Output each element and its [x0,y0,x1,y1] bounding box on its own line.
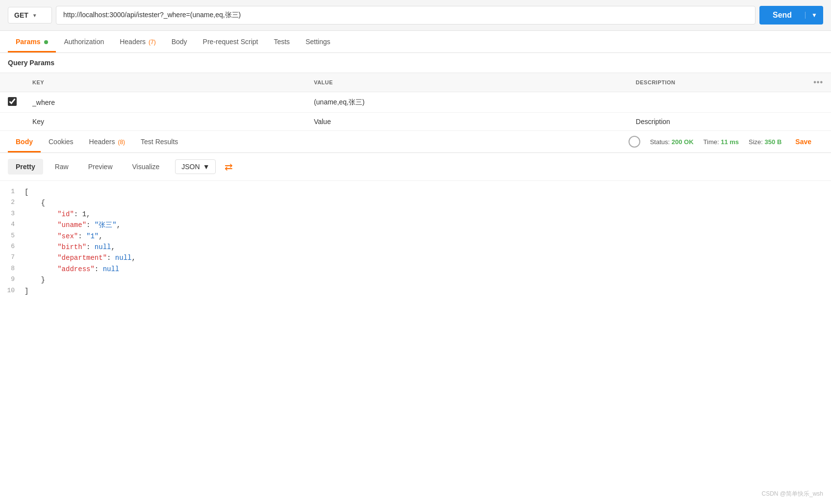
params-table: KEY VALUE DESCRIPTION ••• _where (uname,… [0,73,831,131]
url-input[interactable] [56,6,755,25]
response-tab-headers[interactable]: Headers (8) [81,131,133,152]
line-number: 4 [0,220,25,230]
code-line-2: 2 { [0,198,831,208]
send-dropdown-icon[interactable]: ▼ [805,12,823,19]
code-line-9: 9 } [0,275,831,285]
response-tab-cookies[interactable]: Cookies [41,131,81,152]
code-line-10: 10 ] [0,286,831,297]
status-label: Status: 200 OK [650,138,694,146]
param-key[interactable]: _where [25,92,306,113]
row-checkbox-cell [0,92,25,113]
code-line-3: 3 "id": 1, [0,209,831,220]
col-description-header: DESCRIPTION [628,73,790,92]
line-number: 5 [0,231,25,242]
code-line-8: 8 "address": null [0,264,831,275]
tab-pre-request[interactable]: Pre-request Script [195,31,266,52]
response-tab-body[interactable]: Body [8,131,41,152]
params-dot [44,40,48,44]
tab-params[interactable]: Params [8,31,56,52]
method-label: GET [14,11,28,19]
time-value: 11 ms [721,138,739,146]
time-label: Time: 11 ms [704,138,739,146]
response-body: 1 [ 2 { 3 "id": 1, 4 "uname": "张三", 5 "s… [0,181,831,302]
response-tabs: Body Cookies Headers (8) Test Results St… [0,131,831,153]
format-bar: Pretty Raw Preview Visualize JSON ▼ ⇄ [0,153,831,181]
method-chevron-icon: ▼ [32,13,37,18]
param-actions [790,92,831,113]
format-raw[interactable]: Raw [47,159,76,175]
wrap-icon: ⇄ [225,161,233,172]
line-number: 8 [0,264,25,275]
size-label: Size: 350 B [749,138,781,146]
param-value[interactable]: (uname,eq,张三) [306,92,628,113]
globe-icon[interactable] [629,136,640,148]
param-checkbox[interactable] [8,97,17,106]
table-more-icon[interactable]: ••• [813,78,823,86]
code-line-4: 4 "uname": "张三", [0,220,831,230]
format-pretty[interactable]: Pretty [8,159,43,175]
line-number: 6 [0,242,25,252]
line-number: 2 [0,198,25,208]
tab-body[interactable]: Body [164,31,195,52]
main-tabs: Params Authorization Headers (7) Body Pr… [0,31,831,53]
response-tab-test-results[interactable]: Test Results [133,131,186,152]
save-button[interactable]: Save [791,131,815,152]
method-select[interactable]: GET ▼ [8,7,52,24]
size-value: 350 B [765,138,782,146]
format-visualize[interactable]: Visualize [125,159,168,175]
line-number: 9 [0,275,25,285]
tab-headers[interactable]: Headers (7) [112,31,163,52]
query-params-header: Query Params [0,53,831,73]
code-content: } [25,275,831,285]
placeholder-actions [790,113,831,131]
code-line-7: 7 "department": null, [0,252,831,263]
code-content: [ [25,187,831,198]
placeholder-key[interactable]: Key [25,113,306,131]
code-content: "id": 1, [25,209,831,220]
code-content: "uname": "张三", [25,220,831,230]
type-chevron-icon: ▼ [203,163,210,171]
url-bar: GET ▼ Send ▼ [0,0,831,31]
param-description[interactable] [628,92,790,113]
type-select[interactable]: JSON ▼ [175,159,216,174]
wrap-button[interactable]: ⇄ [222,158,236,176]
code-line-6: 6 "birth": null, [0,242,831,252]
line-number: 7 [0,252,25,263]
code-content: "birth": null, [25,242,831,252]
col-value-header: VALUE [306,73,628,92]
table-row: _where (uname,eq,张三) [0,92,831,113]
status-value: 200 OK [672,138,694,146]
placeholder-description[interactable]: Description [628,113,790,131]
tab-settings[interactable]: Settings [298,31,338,52]
col-actions-header: ••• [790,73,831,92]
code-content: "department": null, [25,252,831,263]
table-row-placeholder: Key Value Description [0,113,831,131]
type-label: JSON [181,163,200,171]
code-content: "address": null [25,264,831,275]
placeholder-value[interactable]: Value [306,113,628,131]
code-content: "sex": "1", [25,231,831,242]
send-button[interactable]: Send ▼ [759,6,823,25]
placeholder-checkbox-cell [0,113,25,131]
response-status: Status: 200 OK Time: 11 ms Size: 350 B S… [629,131,823,152]
send-label: Send [759,11,805,20]
tab-authorization[interactable]: Authorization [56,31,112,52]
col-checkbox [0,73,25,92]
line-number: 10 [0,286,25,297]
code-content: { [25,198,831,208]
col-key-header: KEY [25,73,306,92]
line-number: 1 [0,187,25,198]
format-preview[interactable]: Preview [80,159,121,175]
tab-tests[interactable]: Tests [266,31,298,52]
line-number: 3 [0,209,25,220]
code-content: ] [25,286,831,297]
code-line-5: 5 "sex": "1", [0,231,831,242]
code-line-1: 1 [ [0,187,831,198]
